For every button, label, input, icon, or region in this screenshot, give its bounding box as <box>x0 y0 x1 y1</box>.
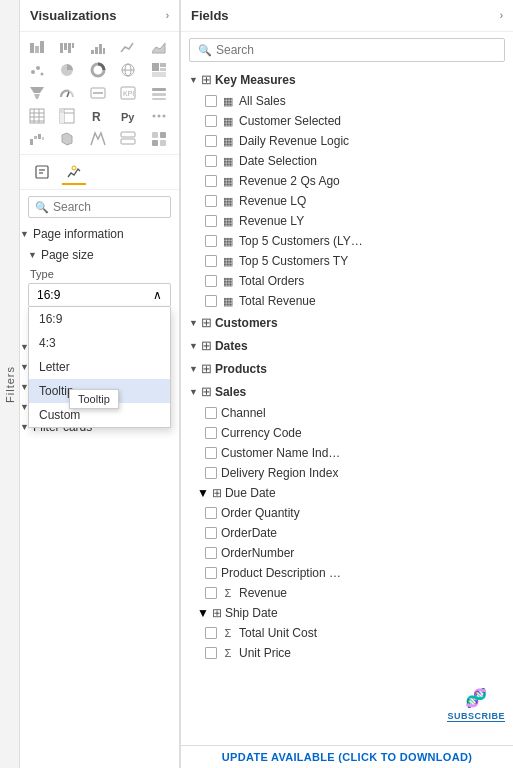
area-chart-icon[interactable] <box>146 36 172 58</box>
funnel-chart-icon[interactable] <box>24 82 50 104</box>
custom-visual-icon[interactable] <box>146 128 172 150</box>
delivery-region-checkbox[interactable] <box>205 467 217 479</box>
revenue-2qs-type-icon: ▦ <box>221 175 235 188</box>
multi-row-card-icon[interactable] <box>115 128 141 150</box>
matrix-icon[interactable] <box>54 105 80 127</box>
field-unit-price[interactable]: Σ Unit Price <box>181 643 513 663</box>
ordernumber-name: OrderNumber <box>221 546 294 560</box>
table-viz-icon[interactable] <box>24 105 50 127</box>
page-size-section-header[interactable]: ▼ Page size <box>20 244 179 266</box>
field-orderdate[interactable]: OrderDate <box>181 523 513 543</box>
orderdate-checkbox[interactable] <box>205 527 217 539</box>
analytics-icon[interactable] <box>60 159 88 185</box>
field-currency-code[interactable]: Currency Code <box>181 423 513 443</box>
fields-collapse-arrow[interactable]: › <box>500 10 503 21</box>
field-revenue-lq[interactable]: ▦ Revenue LQ <box>181 191 513 211</box>
viz-collapse-arrow[interactable]: › <box>166 10 169 21</box>
ordernumber-checkbox[interactable] <box>205 547 217 559</box>
ribbon-icon[interactable] <box>85 128 111 150</box>
viz-search-box[interactable]: 🔍 <box>28 196 171 218</box>
revenue-ly-checkbox[interactable] <box>205 215 217 227</box>
field-order-quantity[interactable]: Order Quantity <box>181 503 513 523</box>
top5-ly-checkbox[interactable] <box>205 235 217 247</box>
subgroup-due-date[interactable]: ▼ ⊞ Due Date <box>181 483 513 503</box>
kpi-icon[interactable]: KPI <box>115 82 141 104</box>
stacked-bar-icon[interactable] <box>24 36 50 58</box>
slicer-icon[interactable] <box>146 82 172 104</box>
customer-name-checkbox[interactable] <box>205 447 217 459</box>
gauge-chart-icon[interactable] <box>54 82 80 104</box>
page-information-section[interactable]: ▼ Page information <box>20 224 179 244</box>
total-unit-cost-checkbox[interactable] <box>205 627 217 639</box>
subgroup-ship-date[interactable]: ▼ ⊞ Ship Date <box>181 603 513 623</box>
fields-search-box[interactable]: 🔍 <box>189 38 505 62</box>
customer-selected-checkbox[interactable] <box>205 115 217 127</box>
treemap-icon[interactable] <box>146 59 172 81</box>
revenue-lq-checkbox[interactable] <box>205 195 217 207</box>
field-daily-revenue-logic[interactable]: ▦ Daily Revenue Logic <box>181 131 513 151</box>
subscribe-badge: 🧬 SUBSCRIBE <box>447 687 505 722</box>
scatter-chart-icon[interactable] <box>24 59 50 81</box>
type-dropdown-selected[interactable]: 16:9 ∧ <box>28 283 171 307</box>
svg-rect-48 <box>30 139 33 145</box>
update-banner[interactable]: UPDATE AVAILABLE (CLICK TO DOWNLOAD) <box>181 745 513 768</box>
daily-revenue-checkbox[interactable] <box>205 135 217 147</box>
field-channel[interactable]: Channel <box>181 403 513 423</box>
dropdown-option-tooltip[interactable]: Tooltip Tooltip <box>29 379 170 403</box>
unit-price-checkbox[interactable] <box>205 647 217 659</box>
revenue-checkbox[interactable] <box>205 587 217 599</box>
line-chart-icon[interactable] <box>115 36 141 58</box>
card-icon[interactable] <box>85 82 111 104</box>
field-all-sales[interactable]: ▦ All Sales <box>181 91 513 111</box>
dropdown-option-letter[interactable]: Letter <box>29 355 170 379</box>
group-customers[interactable]: ▼ ⊞ Customers <box>181 311 513 334</box>
donut-chart-icon[interactable] <box>85 59 111 81</box>
all-sales-checkbox[interactable] <box>205 95 217 107</box>
viz-search-input[interactable] <box>53 200 164 214</box>
group-dates[interactable]: ▼ ⊞ Dates <box>181 334 513 357</box>
field-total-orders[interactable]: ▦ Total Orders <box>181 271 513 291</box>
date-selection-checkbox[interactable] <box>205 155 217 167</box>
field-top5-ty[interactable]: ▦ Top 5 Customers TY <box>181 251 513 271</box>
format-icon[interactable] <box>28 159 56 185</box>
r-visual-icon[interactable]: R <box>85 105 111 127</box>
field-total-unit-cost[interactable]: Σ Total Unit Cost <box>181 623 513 643</box>
waterfall-icon[interactable] <box>24 128 50 150</box>
svg-rect-55 <box>160 132 166 138</box>
field-revenue-ly[interactable]: ▦ Revenue LY <box>181 211 513 231</box>
group-key-measures[interactable]: ▼ ⊞ Key Measures <box>181 68 513 91</box>
filled-map-icon[interactable] <box>54 128 80 150</box>
field-revenue-2qs[interactable]: ▦ Revenue 2 Qs Ago <box>181 171 513 191</box>
field-revenue[interactable]: Σ Revenue <box>181 583 513 603</box>
field-total-revenue[interactable]: ▦ Total Revenue <box>181 291 513 311</box>
pie-chart-icon[interactable] <box>54 59 80 81</box>
channel-checkbox[interactable] <box>205 407 217 419</box>
revenue-2qs-checkbox[interactable] <box>205 175 217 187</box>
group-products[interactable]: ▼ ⊞ Products <box>181 357 513 380</box>
field-top5-ly[interactable]: ▦ Top 5 Customers (LY… <box>181 231 513 251</box>
field-customer-name-ind[interactable]: Customer Name Ind… <box>181 443 513 463</box>
subscribe-text[interactable]: SUBSCRIBE <box>447 711 505 722</box>
top5-ty-checkbox[interactable] <box>205 255 217 267</box>
dropdown-option-169[interactable]: 16:9 <box>29 307 170 331</box>
column-chart-icon[interactable] <box>85 36 111 58</box>
python-visual-icon[interactable]: Py <box>115 105 141 127</box>
field-product-description[interactable]: Product Description … <box>181 563 513 583</box>
field-customer-selected[interactable]: ▦ Customer Selected <box>181 111 513 131</box>
more-visuals-icon[interactable] <box>146 105 172 127</box>
product-desc-checkbox[interactable] <box>205 567 217 579</box>
revenue-sigma-icon: Σ <box>221 587 235 599</box>
dropdown-option-43[interactable]: 4:3 <box>29 331 170 355</box>
fields-search-input[interactable] <box>216 43 496 57</box>
bar-chart-icon[interactable] <box>54 36 80 58</box>
field-date-selection[interactable]: ▦ Date Selection <box>181 151 513 171</box>
group-sales[interactable]: ▼ ⊞ Sales <box>181 380 513 403</box>
order-quantity-checkbox[interactable] <box>205 507 217 519</box>
viz-title: Visualizations <box>30 8 116 23</box>
total-orders-checkbox[interactable] <box>205 275 217 287</box>
field-delivery-region[interactable]: Delivery Region Index <box>181 463 513 483</box>
map-chart-icon[interactable] <box>115 59 141 81</box>
currency-code-checkbox[interactable] <box>205 427 217 439</box>
total-revenue-checkbox[interactable] <box>205 295 217 307</box>
field-ordernumber[interactable]: OrderNumber <box>181 543 513 563</box>
